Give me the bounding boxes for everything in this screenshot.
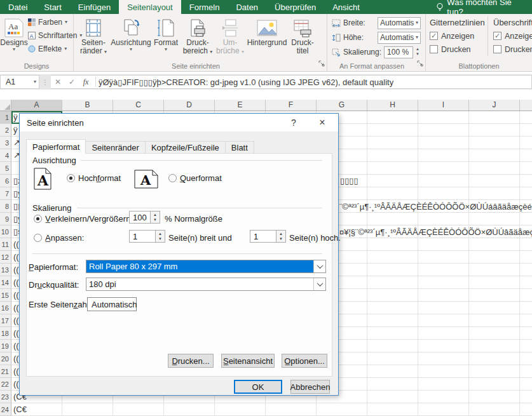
breite-combo[interactable]: Automatis▾ — [378, 17, 421, 29]
row-header[interactable]: 8 — [0, 200, 11, 213]
row-header[interactable]: 15 — [0, 289, 11, 302]
combo-arrow-button[interactable] — [313, 260, 325, 272]
row-header[interactable]: 19 — [0, 340, 11, 352]
hochformat-label[interactable]: Hochf̲ormat — [78, 173, 121, 183]
papierformat-combo[interactable]: Roll Paper 80 x 297 mm — [86, 260, 326, 273]
row-header[interactable]: 22 — [0, 378, 11, 391]
drucktitel-button[interactable]: Druck- titel — [289, 15, 317, 61]
name-box[interactable]: A1 ▾ — [0, 75, 39, 89]
dialog-tab[interactable]: Seitenränder — [85, 141, 145, 154]
designs-button[interactable]: Aa Designs ▾ — [1, 15, 27, 61]
dialog-launcher-icon[interactable] — [318, 58, 325, 69]
erste-seitenzahl-input[interactable]: Automatisch — [87, 297, 137, 311]
formula-input[interactable]: ÿØÿà▯JFIF▯▯▯ÿþ>CREATOR: gd-jpeg v1.0 (us… — [99, 77, 393, 87]
dialog-tab[interactable]: Blatt — [225, 141, 254, 154]
cell-a-text[interactable]: (( — [11, 238, 19, 251]
overflow-text-row10[interactable]: ¤¥¦§¨©ª²³´µ¶·¸¹ºÂÃÄÅÆÇÈÉÊÒÓÔÕÖ×ØÙÚâãäåæç… — [339, 226, 532, 239]
hintergrund-button[interactable]: Hintergrund — [245, 15, 289, 61]
abbrechen-button[interactable]: Abbrechen — [290, 380, 330, 394]
cell-a-text[interactable]: (( — [11, 327, 19, 340]
row-header[interactable]: 23 — [0, 391, 11, 403]
row-header[interactable]: 18 — [0, 327, 11, 340]
gitternetzlinien-anzeigen-checkbox[interactable]: ✓ Anzeigen — [430, 29, 485, 43]
ribbon-tab[interactable]: Ansicht — [324, 0, 368, 14]
row-header[interactable]: 16 — [0, 302, 11, 314]
cell-a-text[interactable]: (C€ — [11, 403, 27, 416]
verkleinern-radio[interactable] — [34, 215, 42, 223]
cancel-icon[interactable]: ✕ — [51, 77, 65, 86]
optionen-button[interactable]: O̲ptionen... — [282, 354, 327, 368]
overflow-text-row8[interactable]: ¨©ª²³´µ¶·¸¹ºÂÃÄÅÆÇÈÉÊÒÓÔÕÖ×ØÙÚáâãäåæçèéê… — [339, 201, 532, 213]
resize-dots-icon[interactable]: ⋮ — [39, 79, 51, 86]
ueberschriften-anzeigen-checkbox[interactable]: ✓ Anzeigen — [493, 29, 532, 43]
row-header[interactable]: 5 — [0, 162, 11, 175]
row-header[interactable]: 4 — [0, 149, 11, 162]
ribbon-tab[interactable]: Start — [36, 0, 69, 14]
hochformat-radio[interactable] — [67, 174, 75, 182]
close-icon[interactable]: × — [312, 114, 332, 131]
help-button[interactable]: ? — [283, 114, 304, 131]
format-button[interactable]: Format ▾ — [151, 15, 181, 61]
ribbon-tab[interactable]: Seitenlayout — [119, 0, 181, 14]
row-header[interactable]: 9 — [0, 213, 11, 225]
ausrichtung-button[interactable]: Ausrichtung ▾ — [111, 15, 151, 61]
cell-a-text[interactable]: (( — [11, 340, 19, 352]
row-header[interactable]: 17 — [0, 314, 11, 327]
row-header[interactable]: 3 — [0, 137, 11, 149]
dialog-launcher-icon[interactable] — [417, 58, 423, 69]
column-header[interactable]: A — [11, 100, 62, 111]
column-header[interactable]: J — [469, 100, 520, 111]
overflow-text-row6[interactable]: ▯▯▯▯ — [340, 175, 358, 187]
hoehe-combo[interactable]: Automatis▾ — [378, 32, 421, 44]
druckbereich-button[interactable]: Druck- bereich ▾ — [181, 15, 215, 61]
row-header[interactable]: 20 — [0, 352, 11, 365]
druckqualitaet-combo[interactable]: 180 dpi — [86, 278, 326, 291]
row-header[interactable]: 14 — [0, 276, 11, 289]
drucken-button[interactable]: D̲rucken... — [168, 354, 214, 368]
cell-a-text[interactable]: (( — [11, 365, 19, 378]
tell-me-box[interactable]: Was möchten Sie tun? — [431, 0, 532, 14]
column-header[interactable]: F — [266, 100, 317, 111]
row-header[interactable]: 6 — [0, 175, 11, 187]
ribbon-tab[interactable]: Datei — [0, 0, 36, 14]
breit-spinner[interactable]: 1 ▲▼ — [129, 230, 165, 243]
insert-function-icon[interactable]: fx — [79, 77, 93, 87]
enter-check-icon[interactable]: ✓ — [65, 77, 79, 86]
column-header[interactable]: I — [418, 100, 469, 111]
dialog-tab[interactable]: Kopfzeile/Fußzeile — [145, 141, 226, 154]
gitternetzlinien-drucken-checkbox[interactable]: Drucken — [430, 43, 485, 56]
ribbon-tab[interactable]: Formeln — [181, 0, 228, 14]
seitenansicht-button[interactable]: S̲eitenansicht — [221, 354, 275, 368]
cell-a-text[interactable]: (( — [11, 302, 19, 314]
combo-arrow-button[interactable] — [313, 278, 325, 290]
ribbon-tab[interactable]: Einfügen — [70, 0, 119, 14]
column-header[interactable]: D — [164, 100, 215, 111]
column-header[interactable]: B — [62, 100, 113, 111]
row-header[interactable]: 11 — [0, 238, 11, 251]
cell-a-text[interactable] — [11, 162, 13, 175]
column-header[interactable]: C — [113, 100, 164, 111]
row-header[interactable]: 1 — [0, 111, 11, 124]
column-header[interactable]: E — [215, 100, 266, 111]
row-header[interactable]: 2 — [0, 124, 11, 137]
cell-a-text[interactable]: (( — [11, 352, 19, 365]
cell-a-text[interactable]: (( — [11, 378, 19, 391]
column-header[interactable]: G — [317, 100, 367, 111]
anpassen-radio[interactable] — [34, 234, 42, 242]
cell-a-text[interactable]: ÿ — [11, 124, 18, 137]
row-header[interactable]: 7 — [0, 187, 11, 200]
ok-button[interactable]: OK — [234, 380, 282, 394]
row-header[interactable]: 13 — [0, 264, 11, 276]
row-header[interactable]: 24 — [0, 403, 11, 416]
dialog-tab[interactable]: Papierformat — [26, 139, 86, 154]
row-header[interactable]: 21 — [0, 365, 11, 378]
cell-a-text[interactable]: (( — [11, 276, 19, 289]
anpassen-label[interactable]: A̲npassen: — [45, 233, 84, 243]
seitenraender-button[interactable]: Seiten- ränder ▾ — [76, 15, 111, 61]
cell-a-text[interactable]: (( — [11, 264, 19, 276]
querformat-label[interactable]: Q̲uerformat — [180, 173, 222, 183]
skalierung-spinner[interactable]: 100 % ▲▼ — [384, 46, 421, 58]
ribbon-tab[interactable]: Daten — [228, 0, 266, 14]
prozent-spinner[interactable]: 100 ▲▼ — [129, 211, 160, 224]
row-header[interactable]: 10 — [0, 225, 11, 238]
